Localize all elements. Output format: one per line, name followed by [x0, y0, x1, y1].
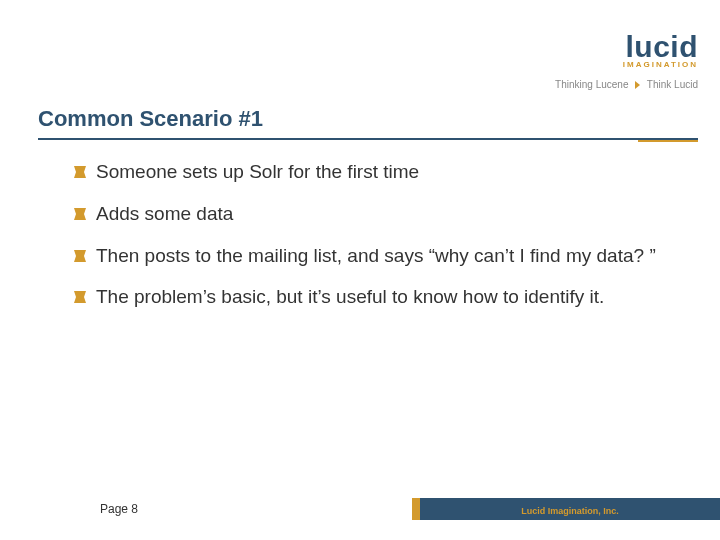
logo-subtext: IMAGINATION [555, 60, 698, 69]
title-rule [38, 138, 698, 140]
svg-marker-1 [74, 208, 86, 220]
footer: Page 8 Lucid Imagination, Inc. [0, 492, 720, 520]
bullet-text: Someone sets up Solr for the first time [96, 161, 419, 182]
bullet-text: The problem’s basic, but it’s useful to … [96, 286, 604, 307]
bullet-icon [74, 250, 86, 262]
page-number: Page 8 [100, 502, 138, 516]
bullet-text: Then posts to the mailing list, and says… [96, 245, 656, 266]
tagline-left: Thinking Lucene [555, 79, 628, 90]
bullet-text: Adds some data [96, 203, 233, 224]
content-area: Someone sets up Solr for the first time … [78, 160, 672, 327]
list-item: Then posts to the mailing list, and says… [96, 244, 672, 268]
bullet-icon [74, 291, 86, 303]
slide: lucid IMAGINATION Thinking Lucene Think … [0, 0, 720, 540]
list-item: The problem’s basic, but it’s useful to … [96, 285, 672, 309]
svg-marker-2 [74, 250, 86, 262]
tagline-separator-icon [635, 81, 640, 89]
tagline-right: Think Lucid [647, 79, 698, 90]
logo-tagline: Thinking Lucene Think Lucid [555, 79, 698, 90]
bullet-icon [74, 208, 86, 220]
bullet-icon [74, 166, 86, 178]
page-title: Common Scenario #1 [38, 106, 263, 132]
list-item: Adds some data [96, 202, 672, 226]
svg-marker-0 [74, 166, 86, 178]
footer-accent [412, 498, 420, 520]
logo-word: lucid [555, 32, 698, 62]
footer-company: Lucid Imagination, Inc. [420, 506, 720, 516]
list-item: Someone sets up Solr for the first time [96, 160, 672, 184]
brand-logo: lucid IMAGINATION Thinking Lucene Think … [555, 32, 698, 90]
svg-marker-3 [74, 291, 86, 303]
